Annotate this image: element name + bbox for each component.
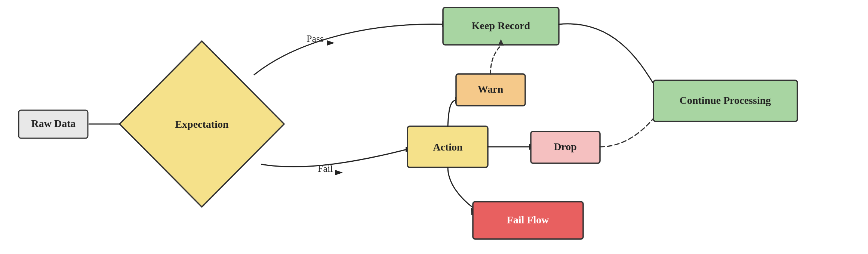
- drop-label: Drop: [554, 141, 577, 152]
- fail-flow-label: Fail Flow: [507, 214, 550, 226]
- pass-label: Pass: [307, 33, 324, 44]
- expectation-label: Expectation: [175, 118, 229, 130]
- continue-processing-label: Continue Processing: [680, 95, 771, 106]
- raw-data-label: Raw Data: [31, 118, 76, 129]
- action-label: Action: [433, 141, 463, 153]
- fail-label: Fail: [318, 163, 333, 174]
- warn-label: Warn: [478, 83, 504, 95]
- keep-record-label: Keep Record: [472, 20, 530, 31]
